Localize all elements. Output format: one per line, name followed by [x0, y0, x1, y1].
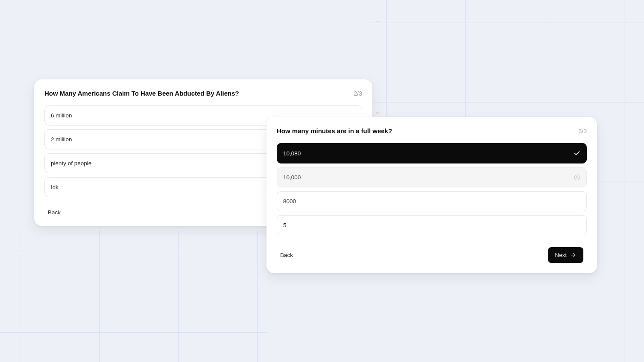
answer-option-label: plenty of people [51, 160, 91, 166]
answer-option-label: 5 [283, 222, 287, 228]
close-circle-icon [574, 174, 580, 181]
answer-option[interactable]: 8000 [277, 191, 587, 211]
question-title: How many minutes are in a full week? [277, 127, 392, 134]
answer-option-label: Idk [51, 184, 59, 190]
answer-option-label: 8000 [283, 198, 296, 204]
answer-option-label: 2 million [51, 136, 72, 143]
answer-option-muted[interactable]: 10,000 [277, 167, 587, 187]
arrow-right-icon [570, 252, 577, 258]
back-button[interactable]: Back [48, 209, 61, 216]
card-header: How many minutes are in a full week? 3/3 [277, 127, 587, 134]
answer-option-label: 10,080 [283, 150, 301, 157]
step-counter: 3/3 [579, 128, 587, 134]
answer-option[interactable]: 5 [277, 215, 587, 235]
answer-option-label: 10,000 [283, 174, 301, 181]
back-button[interactable]: Back [280, 252, 293, 258]
answer-option-label: 6 million [51, 112, 72, 119]
quiz-card-2: How many minutes are in a full week? 3/3… [266, 117, 597, 273]
next-button-label: Next [555, 252, 567, 258]
check-icon [574, 150, 580, 157]
answer-option-selected[interactable]: 10,080 [277, 143, 587, 163]
step-counter: 2/3 [354, 90, 362, 97]
nav-row: Back Next [277, 247, 587, 265]
question-title: How Many Americans Claim To Have Been Ab… [44, 90, 239, 97]
next-button[interactable]: Next [548, 247, 583, 263]
card-header: How Many Americans Claim To Have Been Ab… [44, 90, 362, 97]
